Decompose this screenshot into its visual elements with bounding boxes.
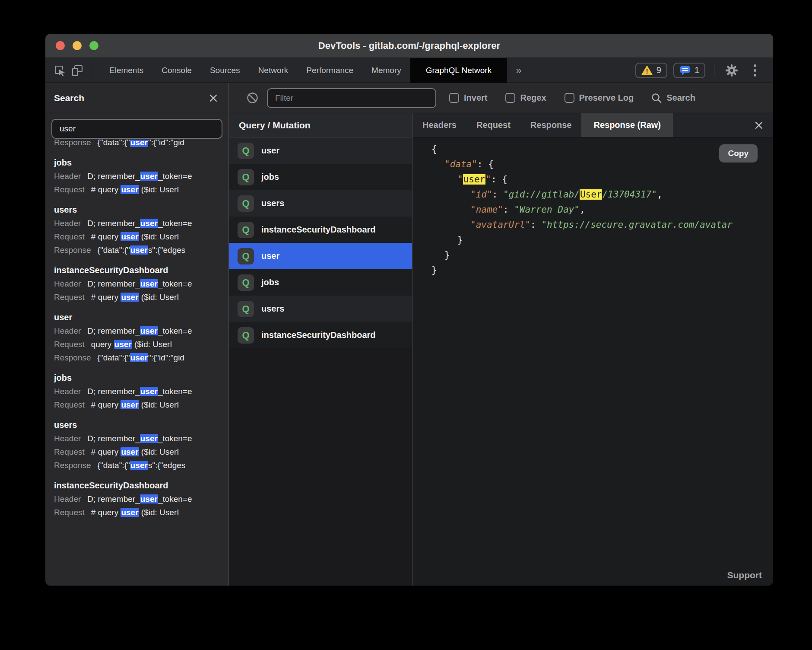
search-panel-title: Search: [54, 93, 84, 103]
query-row-jobs[interactable]: Qjobs: [229, 269, 412, 296]
query-row-users[interactable]: Qusers: [229, 190, 412, 217]
checkbox-regex[interactable]: Regex: [505, 93, 546, 103]
search-result-text: D; remember_: [87, 387, 140, 396]
inspect-element-icon[interactable]: [51, 62, 69, 79]
search-result-row[interactable]: Response{"data":{"users":{"edges: [54, 245, 228, 255]
search-result-row[interactable]: Request# query user ($id: UserI: [54, 400, 228, 410]
search-result-row[interactable]: Response{"data":{"user":{"id":"gid: [54, 140, 228, 147]
search-panel-header: Search: [45, 83, 228, 113]
tab-response-raw[interactable]: Response (Raw): [581, 113, 673, 137]
search-result-row[interactable]: Response{"data":{"user":{"id":"gid: [54, 353, 228, 363]
tab-console[interactable]: Console: [152, 58, 201, 83]
query-row-users[interactable]: Qusers: [229, 296, 412, 322]
checkbox-box[interactable]: [565, 93, 574, 103]
warning-icon: [641, 65, 653, 76]
query-row-instanceSecurityDashboard[interactable]: QinstanceSecurityDashboard: [229, 322, 412, 348]
search-result-text: D; remember_: [87, 279, 140, 288]
search-match-highlight: user: [140, 326, 158, 335]
message-icon: [679, 65, 691, 76]
search-result-text: {"data":{": [98, 140, 130, 147]
search-result-row[interactable]: HeaderD; remember_user_token=e: [54, 387, 228, 396]
warnings-badge[interactable]: 9: [635, 63, 667, 78]
query-icon: Q: [238, 222, 254, 238]
query-row-user[interactable]: Quser: [229, 137, 412, 164]
checkbox-box[interactable]: [505, 93, 515, 103]
tab-sources[interactable]: Sources: [201, 58, 249, 83]
search-result-row[interactable]: Request# query user ($id: UserI: [54, 447, 228, 457]
search-match-highlight: user: [114, 340, 132, 349]
checkbox-preserve-log[interactable]: Preserve Log: [565, 93, 634, 103]
search-result-row[interactable]: Requestquery user ($id: UserI: [54, 340, 228, 349]
query-icon: Q: [238, 327, 254, 344]
filter-bar: InvertRegexPreserve Log Search: [229, 83, 773, 113]
search-result-row[interactable]: Request# query user ($id: UserI: [54, 232, 228, 242]
tab-performance[interactable]: Performance: [297, 58, 362, 83]
minimize-window-button[interactable]: [73, 41, 82, 50]
tab-request[interactable]: Request: [466, 113, 520, 137]
devtools-toolbar: ElementsConsoleSourcesNetworkPerformance…: [45, 58, 773, 83]
settings-gear-icon[interactable]: [723, 62, 740, 79]
json-line: "name": "Warren Day",: [431, 202, 773, 217]
search-result-row-content: D; remember_user_token=e: [87, 434, 192, 443]
search-match-highlight: user: [121, 293, 139, 302]
search-result-text: D; remember_: [87, 434, 140, 443]
search-result-row[interactable]: Response{"data":{"users":{"edges: [54, 461, 228, 470]
search-result-row-label: Request: [54, 447, 85, 456]
clear-log-icon[interactable]: [244, 89, 261, 107]
search-result-row[interactable]: HeaderD; remember_user_token=e: [54, 172, 228, 181]
device-toolbar-icon[interactable]: [69, 62, 86, 79]
query-row-label: user: [261, 251, 279, 261]
close-detail-panel-icon[interactable]: [752, 119, 765, 132]
tab-network[interactable]: Network: [249, 58, 298, 83]
search-result-text: D; remember_: [87, 172, 140, 181]
tab-response[interactable]: Response: [520, 113, 582, 137]
search-result-row[interactable]: Request# query user ($id: UserI: [54, 508, 228, 517]
search-result-row[interactable]: HeaderD; remember_user_token=e: [54, 494, 228, 504]
support-link[interactable]: Support: [727, 570, 762, 580]
tab-graphql-network[interactable]: GraphQL Network: [410, 58, 507, 83]
search-result-text: _token=e: [158, 172, 192, 181]
search-result-row-label: Request: [54, 293, 85, 302]
json-line: }: [431, 263, 773, 278]
issues-badge[interactable]: 1: [673, 63, 705, 78]
search-result-row-label: Response: [54, 461, 91, 470]
filter-input[interactable]: [267, 88, 436, 108]
checkbox-box[interactable]: [449, 93, 459, 103]
search-toggle[interactable]: Search: [651, 92, 695, 104]
search-result-row[interactable]: Request# query user ($id: UserI: [54, 185, 228, 194]
search-input-wrap: [45, 113, 228, 140]
copy-button[interactable]: Copy: [719, 144, 758, 162]
kebab-menu-icon[interactable]: [746, 62, 764, 79]
search-result-row-content: {"data":{"user":{"id":"gid: [98, 353, 184, 362]
json-line: "user": {: [431, 172, 773, 187]
tab-headers[interactable]: Headers: [412, 113, 466, 137]
close-window-button[interactable]: [56, 41, 65, 50]
query-row-label: jobs: [261, 277, 279, 287]
query-row-instanceSecurityDashboard[interactable]: QinstanceSecurityDashboard: [229, 217, 412, 243]
search-result-text: D; remember_: [87, 326, 140, 335]
query-row-user[interactable]: Quser: [229, 243, 412, 269]
search-result-row[interactable]: Request# query user ($id: UserI: [54, 293, 228, 302]
tab-elements[interactable]: Elements: [100, 58, 152, 83]
search-result-row[interactable]: HeaderD; remember_user_token=e: [54, 279, 228, 289]
tab-memory[interactable]: Memory: [362, 58, 410, 83]
search-result-row[interactable]: HeaderD; remember_user_token=e: [54, 326, 228, 336]
search-result-row-content: D; remember_user_token=e: [87, 172, 192, 181]
json-line: "id": "gid://gitlab/User/13704317",: [431, 187, 773, 202]
more-tabs-chevron[interactable]: »: [507, 64, 530, 76]
search-match-highlight: user: [130, 461, 148, 470]
search-result-row[interactable]: HeaderD; remember_user_token=e: [54, 219, 228, 228]
search-match-highlight: user: [121, 447, 139, 456]
search-match-highlight: user: [121, 185, 139, 194]
close-search-panel-icon[interactable]: [207, 92, 220, 105]
zoom-window-button[interactable]: [89, 41, 98, 50]
json-token: "name": [470, 204, 503, 215]
search-result-row[interactable]: HeaderD; remember_user_token=e: [54, 434, 228, 443]
search-input[interactable]: [51, 119, 222, 139]
search-result-text: _token=e: [158, 279, 192, 288]
checkbox-invert[interactable]: Invert: [449, 93, 487, 103]
query-icon: Q: [238, 248, 254, 264]
query-row-jobs[interactable]: Qjobs: [229, 164, 412, 190]
json-match-highlight: User: [580, 189, 603, 200]
search-result-row-content: # query user ($id: UserI: [91, 293, 179, 302]
